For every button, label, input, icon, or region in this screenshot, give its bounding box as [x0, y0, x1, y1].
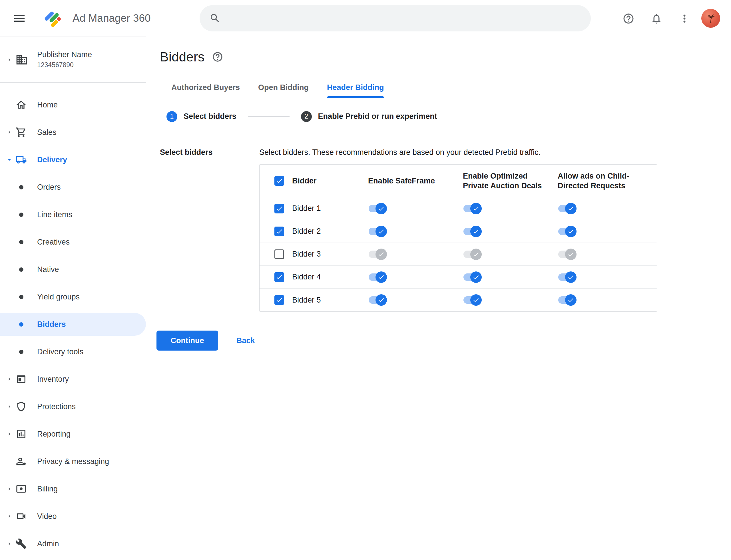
bullet-icon-wrap — [15, 181, 27, 193]
toggle-safeframe[interactable] — [368, 249, 386, 260]
toggle-thumb — [565, 203, 576, 214]
toggle-safeframe[interactable] — [368, 203, 386, 214]
sidebar-item-video[interactable]: Video — [0, 503, 146, 530]
toggle-child-directed[interactable] — [558, 271, 576, 283]
arrow-spacer — [6, 238, 13, 246]
bullet-icon — [19, 213, 23, 217]
billing-icon — [15, 483, 27, 495]
bidder-cell: Bidder 1 — [260, 204, 360, 213]
row-checkbox[interactable] — [275, 272, 284, 282]
sidebar-item-delivery[interactable]: Delivery — [0, 146, 146, 173]
sidebar-item-inventory[interactable]: Inventory — [0, 365, 146, 393]
sidebar-item-home[interactable]: Home — [0, 91, 146, 119]
safeframe-cell — [360, 249, 454, 260]
sidebar-item-orders[interactable]: Orders — [0, 173, 146, 201]
sidebar-item-bidders[interactable]: Bidders — [0, 311, 146, 338]
step-2-enable-prebid-or-run-experiment[interactable]: 2Enable Prebid or run experiment — [301, 111, 437, 122]
chevron-right-icon — [6, 375, 13, 383]
sidebar-item-line-items[interactable]: Line items — [0, 201, 146, 228]
toggle-thumb — [375, 271, 387, 283]
ad-manager-logo — [43, 9, 63, 28]
sidebar-item-label: Admin — [37, 539, 59, 548]
row-checkbox[interactable] — [275, 204, 284, 213]
tab-header-bidding[interactable]: Header Bidding — [318, 77, 393, 98]
sidebar-item-privacy-messaging[interactable]: Privacy & messaging — [0, 448, 146, 475]
sidebar-item-yield-groups[interactable]: Yield groups — [0, 283, 146, 311]
row-checkbox[interactable] — [275, 227, 284, 236]
more-options-icon[interactable] — [678, 13, 690, 25]
bullet-icon — [19, 295, 23, 299]
toggle-child-directed[interactable] — [558, 294, 576, 306]
bullet-icon-wrap — [15, 291, 27, 303]
step-1-select-bidders[interactable]: 1Select bidders — [167, 111, 237, 122]
search-input[interactable] — [228, 13, 581, 23]
sidebar-item-label: Delivery tools — [37, 347, 83, 356]
sidebar-item-label: Line items — [37, 210, 72, 219]
toggle-child-directed[interactable] — [558, 249, 576, 260]
back-button[interactable]: Back — [232, 336, 260, 345]
arrow-spacer — [6, 293, 13, 301]
avatar[interactable] — [701, 9, 720, 28]
publisher-id: 1234567890 — [37, 61, 92, 69]
sidebar-item-label: Protections — [37, 402, 76, 411]
arrow-spacer — [6, 458, 13, 465]
toggle-optimized-deals[interactable] — [463, 271, 481, 283]
select-all-checkbox[interactable] — [275, 176, 284, 186]
toggle-optimized-deals[interactable] — [463, 203, 481, 214]
toggle-optimized-deals[interactable] — [463, 226, 481, 237]
form-actions: Continue Back — [157, 331, 731, 351]
chevron-right-icon — [6, 485, 13, 493]
safeframe-cell — [360, 271, 454, 283]
sidebar-item-creatives[interactable]: Creatives — [0, 228, 146, 256]
menu-icon[interactable] — [13, 11, 26, 25]
toggle-safeframe[interactable] — [368, 226, 386, 237]
optimized-deals-cell — [454, 294, 549, 306]
table-body: Bidder 1Bidder 2Bidder 3Bidder 4Bidder 5 — [260, 197, 657, 311]
arrow-spacer — [6, 183, 13, 191]
toggle-child-directed[interactable] — [558, 226, 576, 237]
tab-authorized-buyers[interactable]: Authorized Buyers — [162, 77, 249, 98]
toggle-thumb — [470, 203, 482, 214]
check-icon — [567, 251, 574, 258]
bullet-icon — [19, 240, 23, 244]
check-icon — [378, 205, 384, 212]
sidebar-item-protections[interactable]: Protections — [0, 393, 146, 420]
row-checkbox[interactable] — [275, 295, 284, 305]
table-header-row: BidderEnable SafeFrameEnable Optimized P… — [260, 165, 657, 197]
stepper: 1Select bidders2Enable Prebid or run exp… — [146, 98, 731, 135]
page-title: Bidders — [160, 49, 205, 65]
tab-open-bidding[interactable]: Open Bidding — [249, 77, 318, 98]
page-help-icon[interactable] — [212, 51, 223, 63]
publisher-selector[interactable]: Publisher Name 1234567890 — [0, 37, 146, 83]
truck-icon — [15, 154, 27, 165]
chevron-right-icon — [6, 540, 13, 547]
sidebar-item-billing[interactable]: Billing — [0, 475, 146, 503]
sidebar-item-delivery-tools[interactable]: Delivery tools — [0, 338, 146, 365]
continue-button[interactable]: Continue — [157, 331, 218, 351]
help-icon[interactable] — [622, 13, 634, 25]
bidders-table: BidderEnable SafeFrameEnable Optimized P… — [259, 164, 657, 312]
toggle-optimized-deals[interactable] — [463, 294, 481, 306]
chevron-right-icon — [6, 403, 13, 410]
table-row-bidder-4: Bidder 4 — [260, 266, 657, 289]
row-checkbox[interactable] — [275, 249, 284, 259]
sidebar-item-reporting[interactable]: Reporting — [0, 420, 146, 448]
toggle-safeframe[interactable] — [368, 271, 386, 283]
page-title-row: Bidders — [146, 37, 731, 65]
sidebar: Publisher Name 1234567890 HomeSalesDeliv… — [0, 37, 146, 560]
toggle-child-directed[interactable] — [558, 203, 576, 214]
sidebar-item-label: Home — [37, 101, 58, 109]
toggle-safeframe[interactable] — [368, 294, 386, 306]
sidebar-item-native[interactable]: Native — [0, 256, 146, 283]
palm-tree-avatar-image — [704, 12, 717, 25]
search-icon — [209, 13, 221, 24]
toggle-optimized-deals[interactable] — [463, 249, 481, 260]
sidebar-item-admin[interactable]: Admin — [0, 530, 146, 557]
notifications-icon[interactable] — [650, 13, 662, 25]
stepper-connector — [248, 116, 290, 117]
search-bar[interactable] — [200, 5, 591, 31]
sidebar-item-sales[interactable]: Sales — [0, 119, 146, 146]
chevron-right-icon — [6, 56, 13, 63]
child-directed-cell — [549, 294, 657, 306]
sidebar-item-label: Privacy & messaging — [37, 457, 109, 466]
